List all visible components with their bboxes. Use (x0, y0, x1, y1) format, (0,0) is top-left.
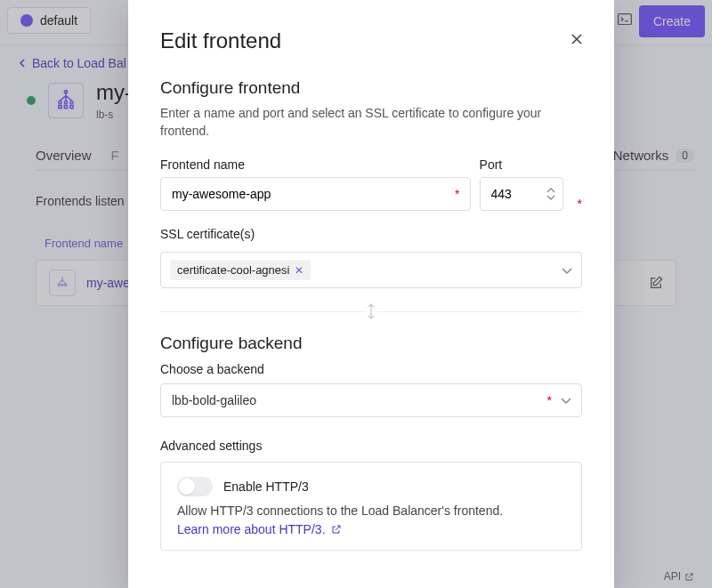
modal-title: Edit frontend (160, 28, 582, 53)
configure-frontend-desc: Enter a name and port and select an SSL … (160, 105, 582, 140)
ssl-chip: certificate-cool-agnesi ✕ (170, 260, 311, 280)
toggle-knob (179, 479, 195, 495)
choose-backend-label: Choose a backend (160, 362, 582, 376)
close-icon (570, 33, 583, 45)
port-label: Port (480, 157, 582, 172)
advanced-settings-box: Enable HTTP/3 Allow HTTP/3 connections t… (160, 462, 582, 551)
required-star-icon: * (547, 393, 552, 407)
remove-chip-icon[interactable]: ✕ (295, 264, 303, 277)
advanced-settings-label: Advanced settings (160, 439, 582, 453)
http3-toggle-label: Enable HTTP/3 (223, 479, 309, 494)
ssl-label: SSL certificate(s) (160, 227, 582, 241)
section-divider (160, 311, 582, 312)
ssl-chip-label: certificate-cool-agnesi (177, 263, 289, 277)
resize-handle-icon[interactable] (366, 302, 376, 320)
step-down-icon[interactable] (546, 194, 556, 201)
step-up-icon[interactable] (546, 187, 556, 194)
frontend-name-label: Frontend name (160, 157, 471, 172)
http3-desc: Allow HTTP/3 connections to the Load Bal… (177, 503, 565, 518)
chevron-down-icon (561, 392, 571, 408)
edit-frontend-modal: Edit frontend Configure frontend Enter a… (128, 0, 614, 588)
configure-frontend-heading: Configure frontend (160, 78, 582, 98)
frontend-name-input[interactable] (160, 177, 471, 211)
required-star-icon: * (455, 187, 459, 201)
required-star-icon: * (578, 177, 582, 211)
number-stepper[interactable] (546, 187, 556, 201)
close-button[interactable] (564, 27, 589, 52)
http3-learn-more-link[interactable]: Learn more about HTTP/3. (177, 522, 342, 536)
http3-link-text: Learn more about HTTP/3. (177, 522, 326, 536)
ssl-certificate-select[interactable]: certificate-cool-agnesi ✕ (160, 252, 582, 288)
http3-toggle[interactable] (177, 477, 213, 496)
chevron-down-icon (562, 262, 572, 278)
backend-select[interactable]: lbb-bold-galileo (160, 383, 582, 417)
external-link-icon (331, 524, 342, 535)
configure-backend-heading: Configure backend (160, 334, 582, 353)
